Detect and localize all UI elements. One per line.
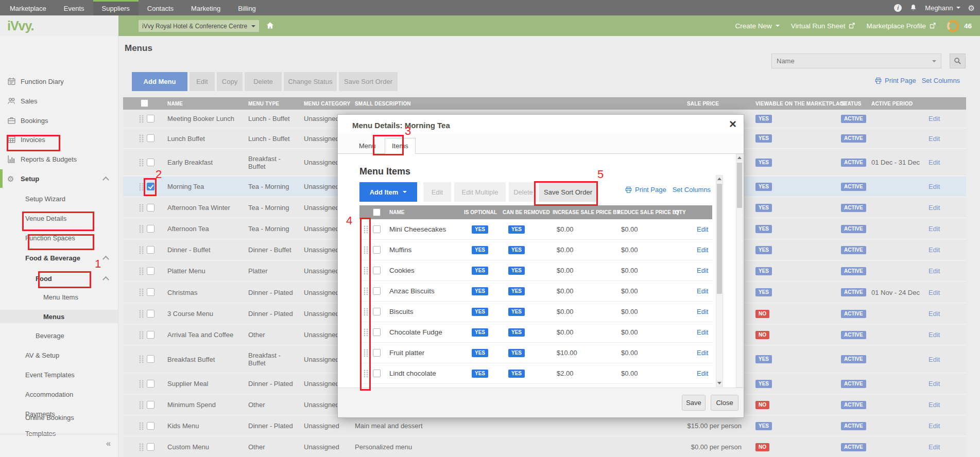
drag-handle-icon[interactable] <box>139 401 144 409</box>
sidebar-item-setup-wizard[interactable]: Setup Wizard <box>0 192 118 205</box>
edit-link[interactable]: Edit <box>929 356 940 363</box>
edit-link[interactable]: Edit <box>929 289 940 296</box>
edit-link[interactable]: Edit <box>697 225 708 233</box>
row-checkbox[interactable] <box>147 159 154 166</box>
sidebar-item-food[interactable]: Food <box>0 272 118 285</box>
edit-link[interactable]: Edit <box>697 349 708 357</box>
print-page-link[interactable]: Print Page <box>874 77 916 84</box>
virtual-run-sheet-link[interactable]: Virtual Run Sheet <box>791 22 855 30</box>
top-nav-item-marketing[interactable]: Marketing <box>182 0 229 15</box>
user-menu[interactable]: Meghann <box>925 4 960 12</box>
drag-handle-icon[interactable] <box>139 422 144 430</box>
row-checkbox[interactable] <box>147 183 154 190</box>
delete-button[interactable]: Delete <box>245 72 282 91</box>
sidebar-item-accommodation[interactable]: Accommodation <box>0 388 118 401</box>
sidebar-item-beverage[interactable]: Beverage <box>0 329 118 342</box>
settings-gear-icon[interactable]: ⚙ <box>968 4 975 12</box>
scroll-up-arrow[interactable] <box>716 175 723 182</box>
drag-handle-icon[interactable] <box>139 380 144 388</box>
row-checkbox[interactable] <box>147 267 154 275</box>
drag-handle-icon[interactable] <box>139 183 144 191</box>
sidebar-item-menu-items[interactable]: Menu Items <box>0 290 118 304</box>
drag-handle-icon[interactable] <box>139 115 144 123</box>
sidebar-item-function-diary[interactable]: Function Diary <box>0 75 118 88</box>
sidebar-collapse-button[interactable]: « <box>106 439 111 448</box>
item-delete-button[interactable]: Delete <box>509 182 538 202</box>
drag-handle-icon[interactable] <box>139 355 144 363</box>
tab-items[interactable]: Items <box>385 138 416 154</box>
search-field-dropdown[interactable] <box>932 60 936 64</box>
save-sort-order-button[interactable]: Save Sort Order <box>339 72 398 91</box>
search-input[interactable] <box>772 57 932 65</box>
row-checkbox[interactable] <box>147 380 154 388</box>
edit-link[interactable]: Edit <box>929 115 940 122</box>
drag-handle-icon[interactable] <box>364 287 368 295</box>
tab-menu[interactable]: Menu <box>352 138 383 154</box>
top-nav-item-contacts[interactable]: Contacts <box>139 0 182 15</box>
set-columns-link[interactable]: Set Columns <box>922 77 960 84</box>
row-checkbox[interactable] <box>373 349 381 357</box>
edit-link[interactable]: Edit <box>929 443 940 451</box>
edit-link[interactable]: Edit <box>697 246 708 254</box>
drag-handle-icon[interactable] <box>139 331 144 339</box>
drag-handle-icon[interactable] <box>364 246 368 254</box>
row-checkbox[interactable] <box>147 225 154 233</box>
edit-link[interactable]: Edit <box>929 331 940 339</box>
sidebar-item-av-and-setup[interactable]: AV & Setup <box>0 348 118 362</box>
drag-handle-icon[interactable] <box>364 328 368 337</box>
sidebar-item-food-and-beverage[interactable]: Food & Beverage <box>0 251 118 265</box>
modal-set-columns-link[interactable]: Set Columns <box>673 186 711 194</box>
drag-handle-icon[interactable] <box>139 204 144 212</box>
close-icon[interactable]: × <box>729 117 736 132</box>
drag-handle-icon[interactable] <box>139 246 144 254</box>
row-checkbox[interactable] <box>147 331 154 339</box>
scroll-up-arrow[interactable] <box>736 154 743 161</box>
drag-handle-icon[interactable] <box>139 134 144 143</box>
add-item-button[interactable]: Add Item <box>359 182 417 202</box>
drag-handle-icon[interactable] <box>364 267 368 275</box>
row-checkbox[interactable] <box>373 225 381 233</box>
sidebar-item-event-templates[interactable]: Event Templates <box>0 368 118 381</box>
sidebar-item-setup[interactable]: ⚙Setup <box>0 172 118 185</box>
sidebar-item-bookings[interactable]: Bookings <box>0 114 118 127</box>
edit-link[interactable]: Edit <box>697 308 708 315</box>
sidebar-item-venue-details[interactable]: Venue Details <box>0 212 118 225</box>
scrollbar-thumb[interactable] <box>717 184 722 294</box>
row-checkbox[interactable] <box>147 443 154 451</box>
save-button[interactable]: Save <box>682 395 706 411</box>
sidebar-item-invoices[interactable]: Invoices <box>0 133 118 146</box>
row-checkbox[interactable] <box>373 246 381 254</box>
row-checkbox[interactable] <box>147 288 154 296</box>
edit-link[interactable]: Edit <box>929 135 940 143</box>
row-checkbox[interactable] <box>147 422 154 430</box>
edit-link[interactable]: Edit <box>929 183 940 190</box>
edit-link[interactable]: Edit <box>697 370 708 377</box>
edit-link[interactable]: Edit <box>697 287 708 295</box>
drag-handle-icon[interactable] <box>364 349 368 357</box>
edit-link[interactable]: Edit <box>697 328 708 336</box>
drag-handle-icon[interactable] <box>364 370 368 378</box>
drag-handle-icon[interactable] <box>139 267 144 275</box>
notifications-bell-icon[interactable] <box>909 4 917 12</box>
row-checkbox[interactable] <box>147 204 154 212</box>
row-checkbox[interactable] <box>373 328 381 336</box>
row-checkbox[interactable] <box>373 370 381 377</box>
drag-handle-icon[interactable] <box>139 310 144 318</box>
create-new-button[interactable]: Create New <box>735 22 780 30</box>
drag-handle-icon[interactable] <box>364 225 368 234</box>
select-all-checkbox[interactable] <box>141 99 148 107</box>
top-nav-item-marketplace[interactable]: Marketplace <box>1 0 55 15</box>
marketplace-profile-link[interactable]: Marketplace Profile <box>866 22 936 30</box>
scroll-down-arrow[interactable] <box>716 380 723 386</box>
edit-link[interactable]: Edit <box>929 204 940 212</box>
close-button[interactable]: Close <box>711 395 738 411</box>
progress-donut-icon[interactable] <box>947 20 959 32</box>
top-nav-item-events[interactable]: Events <box>55 0 93 15</box>
top-nav-item-suppliers[interactable]: Suppliers <box>93 0 139 15</box>
sidebar-item-online-bookings[interactable]: Online Bookings <box>0 411 118 424</box>
edit-multiple-button[interactable]: Edit Multiple <box>454 182 506 202</box>
edit-link[interactable]: Edit <box>929 267 940 275</box>
edit-link[interactable]: Edit <box>929 225 940 233</box>
row-checkbox[interactable] <box>373 308 381 315</box>
modal-print-page-link[interactable]: Print Page <box>625 186 666 194</box>
